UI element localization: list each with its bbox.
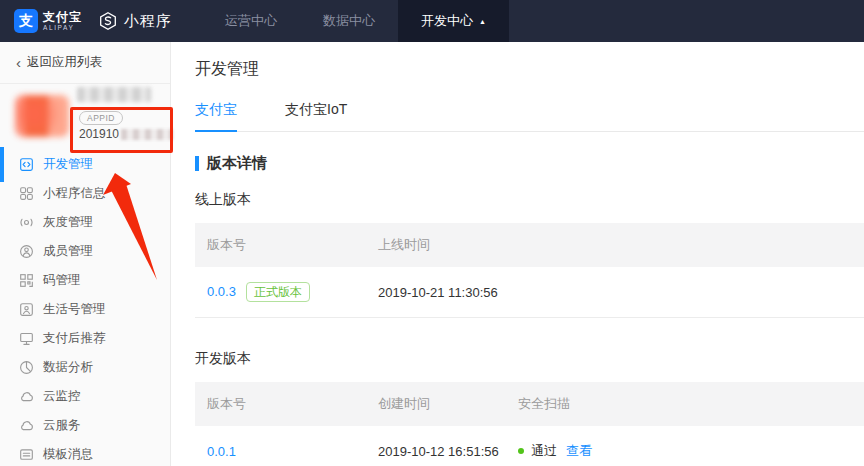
hexagon-icon — [98, 11, 118, 31]
version-link[interactable]: 0.0.3 — [207, 284, 236, 299]
sidebar-item-label: 码管理 — [43, 272, 81, 289]
scan-status: 通过 — [531, 442, 557, 460]
version-link[interactable]: 0.0.1 — [207, 444, 236, 459]
life-account-icon — [19, 302, 34, 317]
alipay-logo-icon: 支 — [14, 9, 38, 33]
dev-version-subtitle: 开发版本 — [195, 350, 864, 368]
column-version: 版本号 — [195, 236, 378, 254]
table-header: 版本号 创建时间 安全扫描 — [195, 382, 864, 426]
alipay-en-label: ALIPAY — [43, 25, 82, 32]
sidebar-item-label: 成员管理 — [43, 243, 93, 260]
online-version-table: 版本号 上线时间 0.0.3 正式版本 2019-10-21 11:30:56 — [195, 223, 864, 318]
sidebar-item-label: 开发管理 — [43, 156, 93, 173]
sidebar-item-label: 支付后推荐 — [43, 330, 106, 347]
pie-chart-icon — [19, 360, 34, 375]
alipay-miniprogram-console: 支 支付宝 ALIPAY 小程序 运营中心 数据中心 — [0, 0, 864, 466]
chevron-left-icon: ‹ — [16, 54, 21, 71]
back-to-app-list-link[interactable]: ‹ 返回应用列表 — [0, 42, 170, 84]
product-name-label: 小程序 — [124, 12, 172, 31]
sidebar-item-life-account[interactable]: 生活号管理 — [0, 295, 170, 324]
release-status-badge: 正式版本 — [246, 282, 310, 302]
sidebar-item-miniapp-info[interactable]: 小程序信息 — [0, 179, 170, 208]
tab-alipay-iot[interactable]: 支付宝IoT — [285, 101, 347, 131]
sidebar-item-template-message[interactable]: 模板消息 — [0, 440, 170, 466]
app-name-redacted — [77, 87, 151, 102]
sidebar-item-label: 数据分析 — [43, 359, 93, 376]
sidebar-item-label: 灰度管理 — [43, 214, 93, 231]
nav-item-data-center[interactable]: 数据中心 — [300, 0, 398, 42]
online-time-value: 2019-10-21 11:30:56 — [378, 285, 864, 300]
create-time-value: 2019-10-12 16:51:56 — [378, 444, 518, 459]
scan-view-link[interactable]: 查看 — [566, 442, 592, 460]
sidebar-item-data-analysis[interactable]: 数据分析 — [0, 353, 170, 382]
message-icon — [19, 447, 34, 462]
main-content: 开发管理 支付宝 支付宝IoT 版本详情 线上版本 版本号 上线时间 0.0.3… — [171, 42, 864, 466]
sidebar-item-dev-manage[interactable]: 开发管理 — [0, 150, 170, 179]
online-version-subtitle: 线上版本 — [195, 191, 864, 209]
section-title: 版本详情 — [207, 154, 267, 173]
column-version: 版本号 — [195, 395, 378, 413]
cloud-icon — [19, 418, 34, 433]
sidebar-item-label: 云服务 — [43, 417, 81, 434]
brand[interactable]: 支 支付宝 ALIPAY 小程序 — [0, 0, 172, 42]
nav-item-label: 数据中心 — [323, 12, 375, 30]
page-title: 开发管理 — [195, 59, 864, 80]
nav-menu: 运营中心 数据中心 开发中心 ▲ — [202, 0, 509, 42]
tab-alipay[interactable]: 支付宝 — [195, 101, 237, 132]
sidebar-item-cloud-monitor[interactable]: 云监控 — [0, 382, 170, 411]
qr-code-icon — [19, 273, 34, 288]
monitor-icon — [19, 331, 34, 346]
code-icon — [19, 157, 34, 172]
back-label: 返回应用列表 — [27, 54, 102, 71]
app-info-block: APPID 201910 — [0, 84, 170, 150]
security-scan-cell: 通过 查看 — [518, 442, 864, 460]
nav-item-dev-center[interactable]: 开发中心 ▲ — [398, 0, 509, 42]
sidebar-item-gray-release[interactable]: 灰度管理 — [0, 208, 170, 237]
sidebar: ‹ 返回应用列表 APPID 201910 开发管理 小程序信息 — [0, 42, 171, 466]
sidebar-item-label: 生活号管理 — [43, 301, 106, 318]
tab-bar: 支付宝 支付宝IoT — [195, 101, 864, 132]
nav-item-label: 开发中心 — [421, 12, 473, 30]
user-icon — [19, 244, 34, 259]
alipay-wordmark: 支付宝 ALIPAY — [43, 11, 82, 32]
miniprogram-logo: 小程序 — [98, 11, 172, 31]
status-dot-icon — [518, 448, 524, 454]
sidebar-item-cloud-service[interactable]: 云服务 — [0, 411, 170, 440]
table-header: 版本号 上线时间 — [195, 223, 864, 267]
dev-version-table: 版本号 创建时间 安全扫描 0.0.1 2019-10-12 16:51:56 … — [195, 382, 864, 466]
sidebar-item-code-manage[interactable]: 码管理 — [0, 266, 170, 295]
sidebar-item-members[interactable]: 成员管理 — [0, 237, 170, 266]
table-row: 0.0.1 2019-10-12 16:51:56 通过 查看 — [195, 426, 864, 466]
sidebar-menu: 开发管理 小程序信息 灰度管理 成员管理 码管理 生活号管理 — [0, 150, 170, 466]
nav-item-label: 运营中心 — [225, 12, 277, 30]
top-nav: 支 支付宝 ALIPAY 小程序 运营中心 数据中心 — [0, 0, 864, 42]
section-version-details: 版本详情 — [195, 154, 864, 173]
caret-up-icon: ▲ — [479, 18, 486, 25]
annotation-highlight-box — [70, 107, 173, 153]
cloud-icon — [19, 389, 34, 404]
sidebar-item-label: 模板消息 — [43, 446, 93, 463]
column-create-time: 创建时间 — [378, 395, 518, 413]
sidebar-item-label: 小程序信息 — [43, 185, 106, 202]
column-online-time: 上线时间 — [378, 236, 864, 254]
app-avatar-redacted — [15, 95, 69, 137]
column-security-scan: 安全扫描 — [518, 395, 864, 413]
section-accent-bar — [195, 156, 199, 171]
grid-icon — [19, 186, 34, 201]
nav-item-operations-center[interactable]: 运营中心 — [202, 0, 300, 42]
sidebar-item-label: 云监控 — [43, 388, 81, 405]
alipay-cn-label: 支付宝 — [43, 11, 82, 23]
sidebar-item-pay-recommend[interactable]: 支付后推荐 — [0, 324, 170, 353]
gray-release-icon — [19, 215, 34, 230]
table-row: 0.0.3 正式版本 2019-10-21 11:30:56 — [195, 267, 864, 318]
